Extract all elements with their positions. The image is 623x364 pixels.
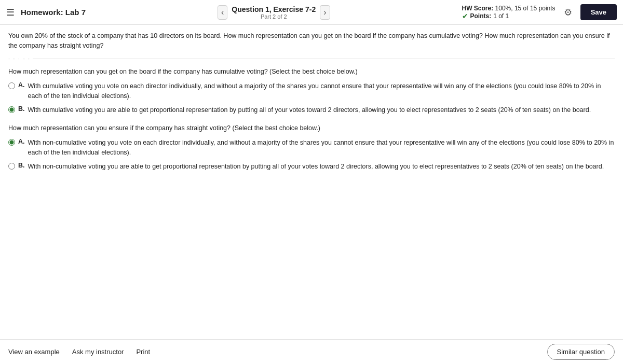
question1-prompt: How much representation can you get on t… <box>8 67 615 77</box>
print-link[interactable]: Print <box>136 346 150 358</box>
ask-instructor-link[interactable]: Ask my instructor <box>72 346 124 358</box>
question-subtitle: Part 2 of 2 <box>232 13 316 20</box>
question2-letter-b: B. <box>18 162 25 172</box>
question2-label-b[interactable]: B. With non-cumulative voting you are ab… <box>18 162 604 172</box>
intro-text: You own 20% of the stock of a company th… <box>8 31 615 51</box>
question1-option-b: B. With cumulative voting you are able t… <box>8 105 615 115</box>
hw-score-value: 100%, 15 of 15 points <box>495 5 556 12</box>
hw-score-line: HW Score: 100%, 15 of 15 points <box>462 5 556 12</box>
divider-dots: · · · · · <box>8 56 31 62</box>
question1-options: A. With cumulative voting you vote on ea… <box>8 81 615 115</box>
question2-prompt: How much representation can you ensure i… <box>8 123 615 133</box>
hw-score-label: HW Score: <box>462 5 494 12</box>
question1-radio-b[interactable] <box>8 106 15 113</box>
similar-question-button[interactable]: Similar question <box>547 344 615 360</box>
question1-text-a: With cumulative voting you vote on each … <box>28 81 615 101</box>
next-question-button[interactable]: › <box>320 5 330 20</box>
main-content: You own 20% of the stock of a company th… <box>0 25 623 339</box>
page-footer: View an example Ask my instructor Print … <box>0 339 623 364</box>
divider-row: · · · · · <box>8 56 615 62</box>
points-value: 1 of 1 <box>493 12 509 20</box>
app-header: ☰ Homework: Lab 7 ‹ Question 1, Exercise… <box>0 0 623 25</box>
question1-option-a: A. With cumulative voting you vote on ea… <box>8 81 615 101</box>
question1-radio-a[interactable] <box>8 82 15 89</box>
question2-radio-a[interactable] <box>8 139 15 146</box>
save-button[interactable]: Save <box>580 4 617 20</box>
question2-option-b: B. With non-cumulative voting you are ab… <box>8 162 615 172</box>
question1-letter-b: B. <box>18 105 25 115</box>
question1-text-b: With cumulative voting you are able to g… <box>28 105 591 115</box>
question2-options: A. With non-cumulative voting you vote o… <box>8 138 615 171</box>
view-example-link[interactable]: View an example <box>8 346 60 358</box>
question2-label-a[interactable]: A. With non-cumulative voting you vote o… <box>18 138 615 158</box>
question2-letter-a: A. <box>18 138 25 158</box>
question2-option-a: A. With non-cumulative voting you vote o… <box>8 138 615 158</box>
hw-score-block: HW Score: 100%, 15 of 15 points ✔ Points… <box>462 5 556 20</box>
footer-left: View an example Ask my instructor Print <box>8 346 150 358</box>
question2-text-b: With non-cumulative voting you are able … <box>28 162 604 172</box>
header-right: HW Score: 100%, 15 of 15 points ✔ Points… <box>462 4 617 20</box>
page-title: Homework: Lab 7 <box>21 8 86 17</box>
menu-icon[interactable]: ☰ <box>6 7 15 18</box>
question1-label-a[interactable]: A. With cumulative voting you vote on ea… <box>18 81 615 101</box>
prev-question-button[interactable]: ‹ <box>218 5 227 20</box>
question2-text-a: With non-cumulative voting you vote on e… <box>28 138 615 158</box>
question1-label-b[interactable]: B. With cumulative voting you are able t… <box>18 105 591 115</box>
question-title: Question 1, Exercise 7-2 <box>232 5 316 13</box>
points-row: ✔ Points: 1 of 1 <box>462 12 556 20</box>
header-center: ‹ Question 1, Exercise 7-2 Part 2 of 2 › <box>90 5 457 20</box>
check-icon: ✔ <box>462 12 468 20</box>
question1-letter-a: A. <box>18 81 25 101</box>
points-label: Points: <box>470 12 492 20</box>
divider-line <box>33 59 615 59</box>
question2-radio-b[interactable] <box>8 163 15 170</box>
question-info: Question 1, Exercise 7-2 Part 2 of 2 <box>232 5 316 20</box>
settings-icon[interactable]: ⚙ <box>562 5 574 20</box>
